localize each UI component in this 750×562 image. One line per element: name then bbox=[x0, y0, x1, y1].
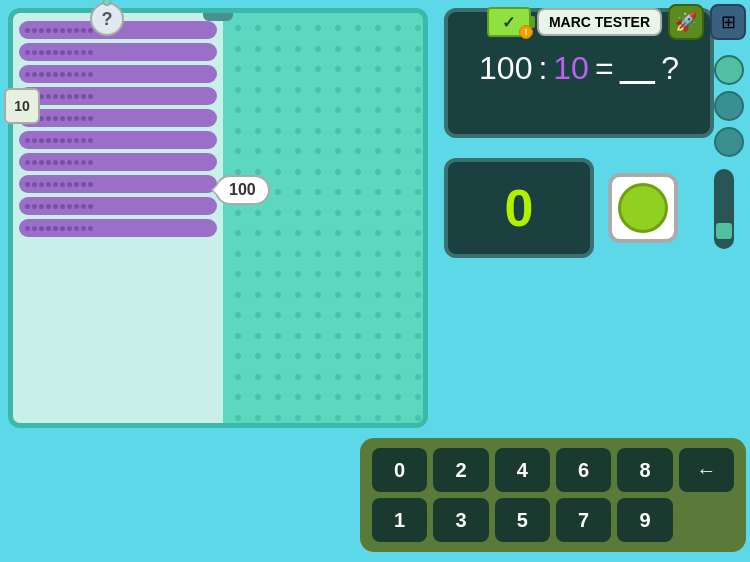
dot bbox=[375, 394, 381, 400]
numpad-btn-4[interactable]: 4 bbox=[495, 448, 550, 492]
dot bbox=[315, 25, 321, 31]
numpad-btn-backspace[interactable]: ← bbox=[679, 448, 734, 492]
dot bbox=[315, 66, 321, 72]
numpad-btn-6[interactable]: 6 bbox=[556, 448, 611, 492]
dot bbox=[395, 107, 401, 113]
dot bbox=[335, 312, 341, 318]
dot bbox=[235, 210, 241, 216]
dot-grid-inner: var dots = ''; for(var i=0;i<200;i++){ d… bbox=[223, 13, 428, 428]
side-btn-3[interactable] bbox=[714, 127, 744, 157]
dot bbox=[335, 66, 341, 72]
numpad-btn-5[interactable]: 5 bbox=[495, 498, 550, 542]
help-label: ? bbox=[102, 9, 113, 30]
numpad: 0 2 4 6 8 ← 1 3 5 7 9 bbox=[360, 438, 746, 552]
dot bbox=[355, 415, 361, 421]
dot bbox=[275, 333, 281, 339]
dot bbox=[335, 353, 341, 359]
bar-row bbox=[19, 65, 217, 83]
purple-bar bbox=[19, 87, 217, 105]
numpad-btn-3[interactable]: 3 bbox=[433, 498, 488, 542]
bar-row bbox=[19, 153, 217, 171]
dot bbox=[235, 148, 241, 154]
dot bbox=[395, 333, 401, 339]
side-slider[interactable] bbox=[714, 169, 734, 249]
dot bbox=[335, 374, 341, 380]
dot bbox=[255, 312, 261, 318]
dot bbox=[235, 312, 241, 318]
dot bbox=[335, 394, 341, 400]
dot bbox=[275, 169, 281, 175]
dot bbox=[315, 251, 321, 257]
dot bbox=[375, 87, 381, 93]
dot bbox=[375, 169, 381, 175]
answer-display: 0 bbox=[444, 158, 594, 258]
dot bbox=[295, 271, 301, 277]
dot bbox=[255, 333, 261, 339]
dot bbox=[335, 292, 341, 298]
dot bbox=[255, 415, 261, 421]
dot bbox=[355, 107, 361, 113]
dot bbox=[315, 87, 321, 93]
dot bbox=[415, 87, 421, 93]
numpad-btn-0[interactable]: 0 bbox=[372, 448, 427, 492]
dot bbox=[415, 230, 421, 236]
eq-divider: : bbox=[538, 50, 547, 87]
dot bbox=[415, 189, 421, 195]
purple-bar bbox=[19, 175, 217, 193]
bar-row bbox=[19, 219, 217, 237]
dot bbox=[335, 107, 341, 113]
eq-part1: 100 bbox=[479, 50, 532, 87]
dot bbox=[415, 374, 421, 380]
dot bbox=[315, 353, 321, 359]
dot bbox=[235, 251, 241, 257]
label-10-text: 10 bbox=[14, 98, 30, 114]
rocket-button[interactable]: 🚀 bbox=[668, 4, 704, 40]
purple-bar bbox=[19, 197, 217, 215]
bar-row bbox=[19, 175, 217, 193]
eq-part2: 10 bbox=[553, 50, 589, 87]
dot bbox=[395, 230, 401, 236]
dot bbox=[415, 292, 421, 298]
numpad-btn-2[interactable]: 2 bbox=[433, 448, 488, 492]
dot bbox=[415, 271, 421, 277]
eq-equals: = bbox=[595, 50, 614, 87]
dot bbox=[395, 189, 401, 195]
dot bbox=[235, 66, 241, 72]
user-name-button[interactable]: MARC TESTER bbox=[537, 8, 662, 36]
dot bbox=[235, 292, 241, 298]
dot bbox=[355, 66, 361, 72]
grid-button[interactable]: ⊞ bbox=[710, 4, 746, 40]
dot bbox=[255, 148, 261, 154]
dot bbox=[355, 210, 361, 216]
dot bbox=[275, 374, 281, 380]
numpad-btn-1[interactable]: 1 bbox=[372, 498, 427, 542]
header: ✓ ! MARC TESTER 🚀 ⊞ bbox=[487, 4, 746, 40]
dot bbox=[395, 46, 401, 52]
dot bbox=[335, 251, 341, 257]
numpad-btn-8[interactable]: 8 bbox=[617, 448, 672, 492]
side-btn-2[interactable] bbox=[714, 91, 744, 121]
dot bbox=[255, 394, 261, 400]
dot bbox=[295, 189, 301, 195]
dot bbox=[355, 25, 361, 31]
dot bbox=[295, 66, 301, 72]
dot bbox=[295, 210, 301, 216]
dot bbox=[315, 46, 321, 52]
dot bbox=[335, 25, 341, 31]
numpad-btn-7[interactable]: 7 bbox=[556, 498, 611, 542]
side-btn-1[interactable] bbox=[714, 55, 744, 85]
dot bbox=[355, 230, 361, 236]
slider-handle bbox=[716, 223, 732, 239]
dot bbox=[415, 148, 421, 154]
dot bbox=[415, 312, 421, 318]
dot bbox=[235, 128, 241, 134]
help-icon[interactable]: ? bbox=[90, 2, 124, 36]
dot bbox=[395, 148, 401, 154]
numpad-btn-9[interactable]: 9 bbox=[617, 498, 672, 542]
dot bbox=[255, 87, 261, 93]
dot bbox=[255, 25, 261, 31]
dot bbox=[375, 230, 381, 236]
check-button[interactable] bbox=[608, 173, 678, 243]
dot bbox=[315, 374, 321, 380]
dot bbox=[375, 128, 381, 134]
